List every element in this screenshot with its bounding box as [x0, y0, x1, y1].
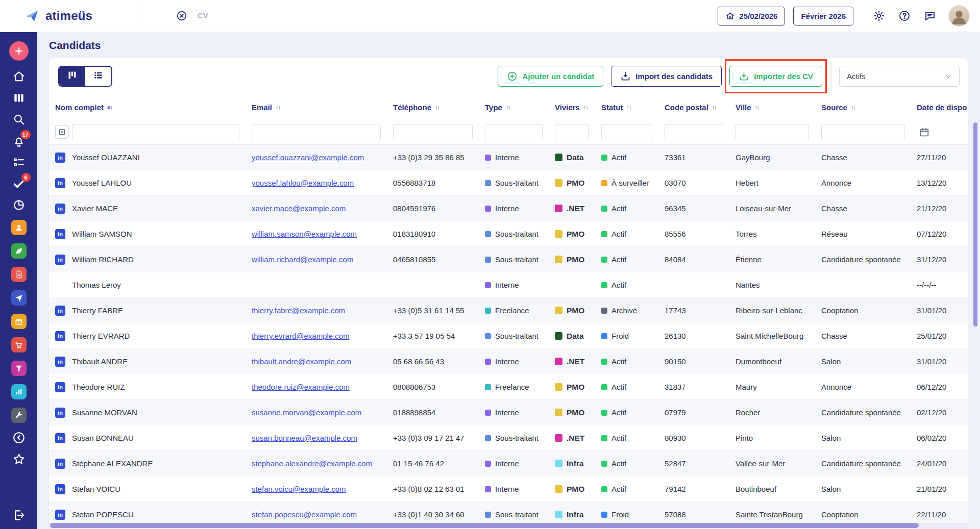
close-tab-icon[interactable] — [176, 10, 187, 21]
filter-input-name[interactable] — [72, 124, 239, 140]
column-header-phone[interactable]: Téléphone↑↓ — [387, 103, 479, 112]
linkedin-icon[interactable]: in — [55, 510, 65, 520]
help-icon[interactable] — [898, 10, 911, 22]
linkedin-icon[interactable]: in — [55, 153, 65, 163]
open-tab[interactable]: CV — [138, 10, 208, 21]
table-row[interactable]: in Stéphane ALEXANDRE stephane.alexandre… — [49, 451, 968, 476]
search-nav[interactable] — [12, 113, 26, 126]
candidate-email-link[interactable]: stefan.voicu@example.com — [252, 485, 346, 493]
sort-icon[interactable]: ↑↓ — [506, 104, 510, 110]
linkedin-icon[interactable]: in — [55, 408, 65, 418]
sort-icon[interactable]: ≡↓ — [107, 104, 112, 110]
filter-input-email[interactable] — [252, 124, 381, 140]
linkedin-icon[interactable]: in — [55, 331, 65, 341]
candidate-email-link[interactable]: susan.bonneau@example.com — [252, 434, 357, 442]
filter-input-ville[interactable] — [736, 124, 809, 140]
linkedin-icon[interactable]: in — [55, 178, 65, 188]
column-header-email[interactable]: Email↑↓ — [246, 103, 387, 112]
linkedin-icon[interactable]: in — [55, 382, 65, 392]
candidate-email-link[interactable]: william.richard@example.com — [252, 255, 353, 264]
candidate-email-link[interactable]: stephane.alexandre@example.com — [252, 459, 372, 468]
settings-gear-icon[interactable] — [873, 10, 885, 22]
status-filter-select[interactable]: Actifs — [839, 66, 960, 87]
linkedin-icon[interactable]: in — [55, 255, 65, 265]
column-header-viviers[interactable]: Viviers↑↓ — [549, 103, 595, 112]
sort-icon[interactable]: ↑↓ — [755, 104, 760, 110]
stats-nav[interactable] — [12, 198, 26, 212]
logout-button[interactable] — [12, 509, 26, 522]
filter-input-phone[interactable] — [393, 124, 473, 140]
table-row[interactable]: in William RICHARD william.richard@examp… — [49, 247, 968, 272]
consultants-module[interactable] — [11, 243, 27, 259]
tasks-nav[interactable] — [12, 156, 26, 169]
linkedin-icon[interactable]: in — [55, 459, 65, 469]
list-view-button[interactable] — [85, 67, 111, 86]
filter-input-cp[interactable] — [665, 124, 723, 140]
current-month-button[interactable]: Février 2026 — [793, 7, 853, 26]
crm-module[interactable] — [11, 361, 27, 376]
candidate-email-link[interactable]: william.samson@example.com — [252, 230, 357, 238]
filter-match-mode-button[interactable] — [55, 125, 69, 139]
table-row[interactable]: in Théodore RUIZ theodore.ruiz@example.c… — [49, 374, 968, 400]
candidates-module[interactable] — [11, 220, 27, 235]
feedback-icon[interactable] — [924, 10, 936, 22]
validations-nav[interactable]: 6 — [12, 177, 26, 190]
user-avatar[interactable] — [948, 5, 970, 27]
column-header-cp[interactable]: Code postal↑↓ — [658, 103, 729, 112]
horizontal-scrollbar-thumb[interactable] — [50, 523, 919, 528]
linkedin-icon[interactable]: in — [55, 229, 65, 239]
candidate-email-link[interactable]: youssef.ouazzani@example.com — [252, 153, 364, 162]
table-row[interactable]: in William SAMSON william.samson@example… — [49, 221, 968, 247]
sort-icon[interactable]: ↑↓ — [276, 104, 280, 110]
notifications-nav[interactable]: 17 — [12, 134, 26, 147]
table-row[interactable]: in Youssef OUAZZANI youssef.ouazzani@exa… — [49, 145, 968, 170]
linkedin-icon[interactable]: in — [55, 484, 65, 494]
table-row[interactable]: in Susan BONNEAU susan.bonneau@example.c… — [49, 425, 968, 451]
vertical-scrollbar-thumb[interactable] — [973, 122, 977, 326]
table-row[interactable]: in Thibault ANDRE thibault.andre@example… — [49, 349, 968, 374]
favorites-nav[interactable] — [12, 452, 26, 466]
documents-module[interactable] — [11, 267, 27, 282]
linkedin-icon[interactable]: in — [55, 433, 65, 443]
add-candidate-button[interactable]: Ajouter un candidat — [498, 66, 603, 87]
candidate-email-link[interactable]: thierry.evrard@example.com — [252, 332, 350, 340]
payroll-module[interactable] — [11, 314, 27, 329]
column-header-source[interactable]: Source↑↓ — [815, 103, 911, 112]
column-header-type[interactable]: Type↑↓ — [479, 103, 549, 112]
candidate-email-link[interactable]: thibault.andre@example.com — [252, 357, 351, 366]
sort-icon[interactable]: ↑↓ — [435, 104, 439, 110]
filter-input-type[interactable] — [485, 124, 543, 140]
filter-input-source[interactable] — [821, 124, 904, 140]
table-row[interactable]: in Thierry FABRE thierry.fabre@example.c… — [49, 298, 968, 323]
filter-input-viviers[interactable] — [555, 124, 589, 140]
table-row[interactable]: in Stefan VOICU stefan.voicu@example.com… — [49, 476, 968, 502]
tools-module[interactable] — [11, 408, 27, 423]
table-row[interactable]: in Youssef LAHLOU youssef.lahlou@example… — [49, 170, 968, 196]
linkedin-icon[interactable]: in — [55, 306, 65, 316]
column-header-name[interactable]: Nom complet≡↓ — [49, 103, 246, 112]
board-nav[interactable] — [12, 91, 26, 105]
column-header-statut[interactable]: Statut↑↓ — [595, 103, 658, 112]
missions-module[interactable] — [11, 290, 27, 306]
candidate-email-link[interactable]: stefan.popescu@example.com — [252, 510, 357, 519]
purchases-module[interactable] — [11, 337, 27, 352]
add-button[interactable] — [9, 41, 29, 61]
column-header-ville[interactable]: Ville↑↓ — [729, 103, 815, 112]
sort-icon[interactable]: ↑↓ — [627, 104, 631, 110]
candidate-email-link[interactable]: youssef.lahlou@example.com — [252, 179, 354, 187]
app-logo[interactable]: atimeüs — [0, 0, 138, 32]
table-row[interactable]: in Xavier MACE xavier.mace@example.com 0… — [49, 196, 968, 221]
back-nav[interactable] — [12, 431, 26, 444]
filter-input-statut[interactable] — [601, 124, 652, 140]
candidate-email-link[interactable]: theodore.ruiz@example.com — [252, 383, 350, 391]
sort-icon[interactable]: ↑↓ — [712, 104, 717, 110]
import-candidates-button[interactable]: Import des candidats — [611, 66, 722, 87]
column-header-date[interactable]: Date de dispo — [911, 103, 968, 112]
kanban-view-button[interactable] — [59, 67, 85, 86]
table-row[interactable]: in Susanne MORVAN susanne.morvan@example… — [49, 400, 968, 425]
sort-icon[interactable]: ↑↓ — [851, 104, 855, 110]
table-row[interactable]: in Thomas Leroy Interne Actif Nantes --/… — [49, 272, 968, 298]
candidate-email-link[interactable]: susanne.morvan@example.com — [252, 408, 361, 417]
candidate-email-link[interactable]: xavier.mace@example.com — [252, 204, 346, 213]
date-filter-calendar-icon[interactable] — [919, 127, 930, 138]
